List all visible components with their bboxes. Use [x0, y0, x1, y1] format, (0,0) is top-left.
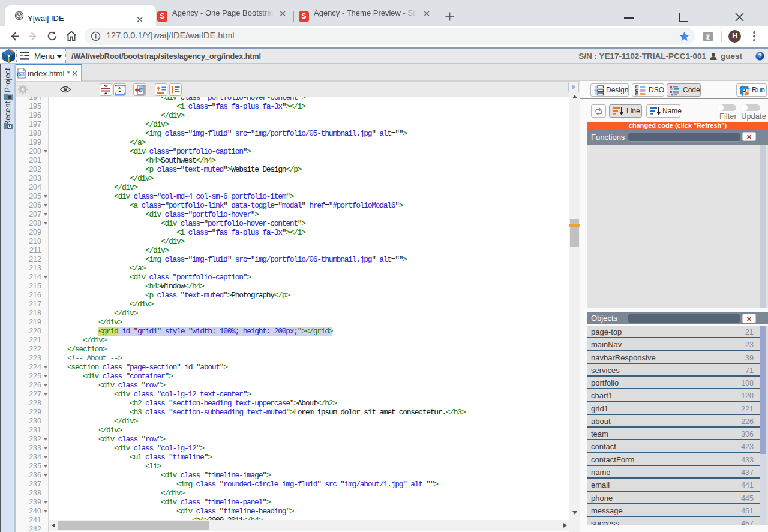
svg-text:?: ?: [758, 52, 762, 59]
svg-text:HTM: HTM: [18, 73, 25, 76]
